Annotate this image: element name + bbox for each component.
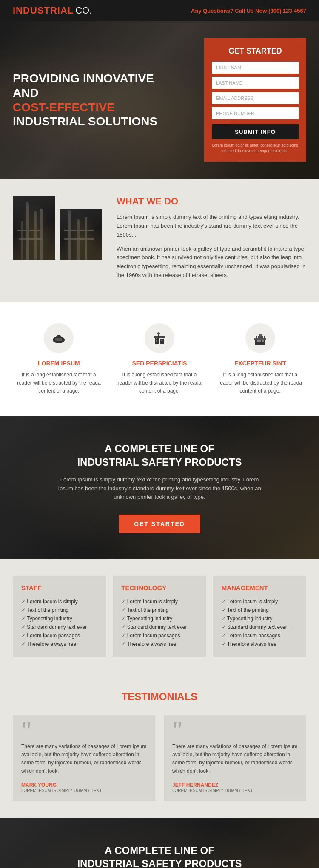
svg-rect-12 — [64, 238, 94, 240]
feature-icon-2 — [145, 323, 174, 353]
feature-text-1: It is a long established fact that a rea… — [16, 371, 101, 396]
industry-image-2 — [60, 209, 102, 260]
column-management-title: MANAGEMENT — [222, 584, 298, 591]
column-management: MANAGEMENT Lorem Ipsum is simply Text of… — [213, 576, 306, 657]
svg-rect-11 — [64, 230, 94, 231]
list-item: Text of the printing — [121, 606, 197, 614]
column-management-list: Lorem Ipsum is simply Text of the printi… — [222, 597, 298, 648]
testimonial-text-2: There are many variations of passages of… — [172, 743, 298, 775]
svg-rect-3 — [21, 221, 23, 260]
feature-title-1: LOREM IPSUM — [16, 360, 101, 367]
hero-form: GET STARTED SUBMIT INFO Lorem ipsum dolo… — [204, 38, 306, 162]
what-we-do-para2: When an unknown printer took a galley of… — [117, 245, 306, 280]
svg-rect-30 — [262, 340, 264, 342]
list-item: Standard dummy text ever — [222, 623, 298, 631]
column-staff: STAFF Lorem Ipsum is simply Text of the … — [13, 576, 106, 657]
submit-button[interactable]: SUBMIT INFO — [212, 124, 299, 139]
form-note: Lorem ipsum dolor sit amet, consectetur … — [212, 143, 299, 153]
svg-rect-31 — [259, 340, 261, 342]
safety-banner-cta[interactable]: GET STARTED — [119, 515, 200, 533]
hero-text: PROVIDING INNOVATIVE AND COST-EFFECTIVE … — [13, 71, 174, 128]
industry-image-1 — [13, 196, 55, 260]
svg-point-14 — [77, 219, 80, 222]
svg-rect-0 — [26, 204, 29, 260]
testimonial-text-1: There are many variations of passages of… — [21, 743, 147, 775]
what-we-do-section: WHAT WE DO Lorem Ipsum is simply dummy t… — [0, 179, 319, 302]
column-technology-title: TECHNOLOGY — [121, 584, 197, 591]
svg-rect-33 — [256, 336, 257, 339]
header-contact: Any Questions? Call Us Now (800) 123-456… — [191, 8, 306, 14]
list-item: Typesetting industry — [21, 614, 97, 623]
column-staff-list: Lorem Ipsum is simply Text of the printi… — [21, 597, 97, 648]
svg-rect-1 — [34, 213, 37, 260]
svg-rect-17 — [55, 338, 62, 341]
svg-rect-5 — [19, 238, 43, 240]
svg-point-6 — [26, 202, 29, 205]
safety-banner-description: Lorem Ipsum is simply dummy text of the … — [53, 475, 266, 502]
testimonial-author-1: MARK YOUNG LOREM IPSUM IS SIMPLY DUMMY T… — [21, 782, 147, 793]
site-header: INDUSTRIAL CO. Any Questions? Call Us No… — [0, 0, 319, 21]
svg-rect-25 — [161, 340, 162, 341]
quote-mark-1: " — [21, 724, 147, 737]
svg-rect-24 — [156, 340, 157, 342]
bottom-banner-headline: A COMPLETE LINE OF INDUSTRIAL SAFETY PRO… — [13, 844, 306, 868]
testimonial-author-2: JEFF HERNANDEZ LOREM IPSUM IS SIMPLY DUM… — [172, 782, 298, 793]
testimonial-name-2: JEFF HERNANDEZ — [172, 782, 298, 788]
testimonials-grid: " There are many variations of passages … — [13, 715, 306, 801]
list-item: Lorem Ipsum is simply — [222, 597, 298, 606]
feature-text-3: It is a long established fact that a rea… — [218, 371, 303, 396]
feature-item-3: EXCEPTEUR SINT It is a long established … — [218, 323, 303, 396]
what-we-do-para1: Lorem Ipsum is simply dummy text of the … — [117, 213, 306, 239]
list-item: Typesetting industry — [121, 614, 197, 623]
feature-item-2: SED PERSPICIATIS It is a long establishe… — [117, 323, 202, 396]
last-name-input[interactable] — [212, 77, 299, 89]
svg-point-22 — [157, 332, 160, 335]
list-item: Text of the printing — [21, 606, 97, 614]
list-item: Lorem Ipsum passages — [21, 631, 97, 640]
list-item: Lorem Ipsum passages — [222, 631, 298, 640]
svg-rect-34 — [264, 336, 265, 339]
list-item: Lorem Ipsum is simply — [121, 597, 197, 606]
svg-rect-10 — [85, 217, 87, 260]
column-technology: TECHNOLOGY Lorem Ipsum is simply Text of… — [113, 576, 206, 657]
feature-icon-3 — [245, 323, 275, 353]
svg-rect-29 — [257, 340, 259, 342]
what-we-do-title: WHAT WE DO — [117, 196, 306, 207]
svg-rect-4 — [17, 230, 43, 231]
form-title: GET STARTED — [212, 47, 299, 56]
svg-rect-19 — [160, 339, 164, 344]
testimonial-card-2: " There are many variations of passages … — [164, 715, 306, 801]
list-item: Typesetting industry — [222, 614, 298, 623]
testimonial-card-1: " There are many variations of passages … — [13, 715, 155, 801]
feature-title-2: SED PERSPICIATIS — [117, 360, 202, 367]
list-item: Lorem Ipsum is simply — [21, 597, 97, 606]
feature-title-3: EXCEPTEUR SINT — [218, 360, 303, 367]
column-staff-title: STAFF — [21, 584, 97, 591]
features-section: LOREM IPSUM It is a long established fac… — [0, 302, 319, 417]
contact-phone[interactable]: (800) 123-4567 — [268, 8, 306, 14]
svg-rect-8 — [68, 213, 71, 260]
logo: INDUSTRIAL CO. — [13, 5, 92, 16]
testimonial-title-1: LOREM IPSUM IS SIMPLY DUMMY TEXT — [21, 788, 147, 793]
testimonials-section: TESTIMONIALS " There are many variations… — [0, 674, 319, 818]
list-item: Therefore always free — [121, 640, 197, 648]
list-item: Standard dummy text ever — [21, 623, 97, 631]
column-technology-list: Lorem Ipsum is simply Text of the printi… — [121, 597, 197, 648]
first-name-input[interactable] — [212, 62, 299, 74]
testimonials-title: TESTIMONIALS — [13, 691, 306, 703]
svg-rect-23 — [156, 338, 157, 339]
phone-input[interactable] — [212, 107, 299, 119]
bottom-banner-section: A COMPLETE LINE OF INDUSTRIAL SAFETY PRO… — [0, 818, 319, 868]
what-we-do-text: WHAT WE DO Lorem Ipsum is simply dummy t… — [117, 196, 306, 285]
feature-icon-1 — [44, 323, 74, 353]
svg-rect-28 — [259, 334, 262, 337]
safety-banner-headline: A COMPLETE LINE OF INDUSTRIAL SAFETY PRO… — [13, 442, 306, 468]
what-we-do-images — [13, 196, 106, 260]
logo-co: CO. — [75, 5, 92, 16]
testimonial-name-1: MARK YOUNG — [21, 782, 147, 788]
email-input[interactable] — [212, 92, 299, 104]
safety-banner-section: A COMPLETE LINE OF INDUSTRIAL SAFETY PRO… — [0, 416, 319, 559]
svg-rect-9 — [77, 221, 80, 260]
quote-mark-2: " — [172, 724, 298, 737]
testimonial-title-2: LOREM IPSUM IS SIMPLY DUMMY TEXT — [172, 788, 298, 793]
